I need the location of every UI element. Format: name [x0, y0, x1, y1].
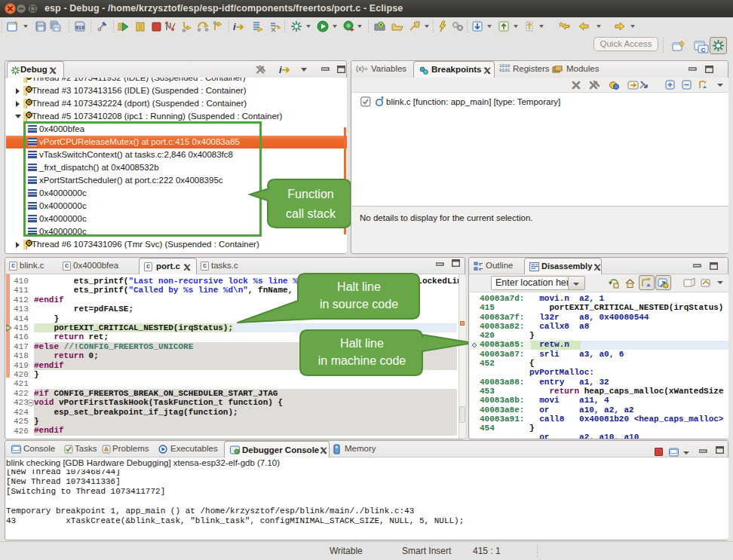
svg-text:call stack: call stack: [286, 207, 336, 220]
svg-text:in source code: in source code: [320, 298, 398, 311]
svg-text:Halt line: Halt line: [340, 337, 384, 350]
svg-text:010: 010: [75, 26, 84, 31]
svg-text:C: C: [701, 47, 706, 54]
svg-text:in machine code: in machine code: [318, 354, 406, 367]
svg-text:Function: Function: [287, 188, 333, 200]
svg-text:Halt line: Halt line: [337, 280, 381, 293]
